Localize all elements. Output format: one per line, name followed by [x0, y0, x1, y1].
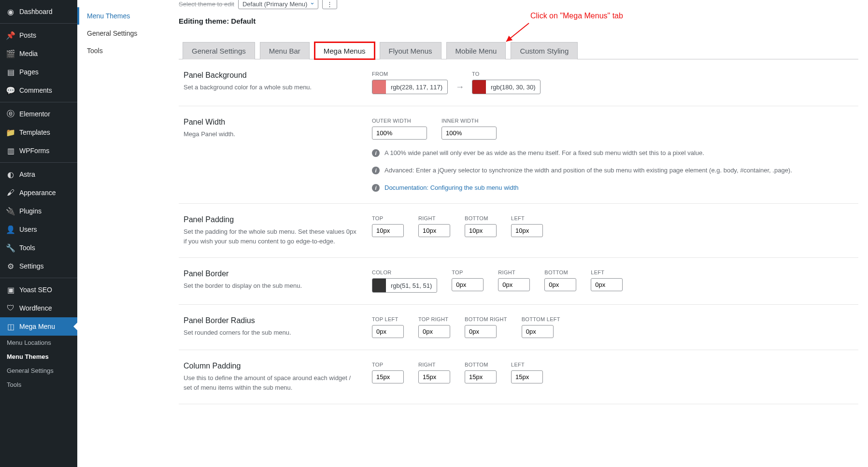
info-icon: i [372, 167, 380, 174]
section-desc: Set the border to display on the sub men… [184, 281, 357, 291]
theme-options-button[interactable]: ⋮ [322, 0, 337, 9]
radius-tr-input[interactable] [418, 325, 450, 338]
border-right-input[interactable] [498, 278, 530, 291]
annotation-text: Click on "Mega Menus" tab [530, 12, 623, 20]
inner-width-input[interactable] [441, 127, 497, 140]
megamenu-icon: ◫ [6, 322, 15, 331]
sidebar-subitem-menu-locations[interactable]: Menu Locations [0, 336, 77, 350]
sidebar-item-users[interactable]: 👤Users [0, 220, 77, 239]
astra-icon: ◐ [6, 170, 15, 179]
border-bottom-input[interactable] [544, 278, 576, 291]
tab-flyout-menus[interactable]: Flyout Menus [380, 42, 441, 59]
settings-icon: ⚙ [6, 261, 15, 271]
media-icon: 🎬 [6, 49, 15, 58]
sidebar-item-wordfence[interactable]: 🛡Wordfence [0, 299, 77, 317]
sidebar-item-label: Comments [19, 86, 52, 94]
padding-top-input[interactable] [372, 224, 404, 237]
sidebar-item-appearance[interactable]: 🖌Appearance [0, 184, 77, 202]
secondary-nav: Menu ThemesGeneral SettingsTools [77, 0, 174, 467]
tools-icon: 🔧 [6, 243, 15, 253]
section-desc: Set a background color for a whole sub m… [184, 83, 357, 92]
tab-mobile-menu[interactable]: Mobile Menu [446, 42, 506, 59]
radius-bl-input[interactable] [522, 325, 554, 338]
sidebar-item-settings[interactable]: ⚙Settings [0, 257, 77, 275]
colpad-left-input[interactable] [511, 370, 543, 383]
secondary-nav-menu-themes[interactable]: Menu Themes [77, 7, 174, 25]
pin-icon: 📌 [6, 30, 15, 40]
border-color-input[interactable]: rgb(51, 51, 51) [372, 278, 437, 293]
sidebar-item-tools[interactable]: 🔧Tools [0, 239, 77, 257]
outer-width-input[interactable] [372, 127, 427, 140]
main-content: Click on "Mega Menus" tab Select theme t… [174, 0, 868, 467]
sidebar-item-dashboard[interactable]: ◉Dashboard [0, 2, 77, 21]
yoast-icon: ▣ [6, 285, 15, 295]
radius-br-input[interactable] [465, 325, 497, 338]
plugins-icon: 🔌 [6, 206, 15, 216]
elementor-icon: ⓔ [6, 109, 15, 119]
sidebar-item-media[interactable]: 🎬Media [0, 44, 77, 63]
section-panel-border-radius: Panel Border Radius Set rounded corners … [179, 305, 858, 350]
padding-bottom-input[interactable] [465, 224, 497, 237]
sidebar-item-posts[interactable]: 📌Posts [0, 23, 77, 44]
section-desc: Set the padding for the whole sub menu. … [184, 227, 357, 246]
sidebar-item-label: Tools [19, 244, 35, 252]
sidebar-item-templates[interactable]: 📁Templates [0, 123, 77, 142]
doc-link[interactable]: Documentation: Configuring the sub menu … [384, 184, 519, 191]
brush-icon: 🖌 [6, 188, 15, 198]
sidebar-item-label: Templates [19, 128, 50, 136]
padding-right-input[interactable] [418, 224, 450, 237]
sidebar-item-label: Pages [19, 68, 39, 76]
sidebar-item-label: Yoast SEO [19, 286, 52, 294]
outer-width-label: OUTER WIDTH [372, 118, 427, 124]
tab-custom-styling[interactable]: Custom Styling [511, 42, 578, 59]
radius-tl-input[interactable] [372, 325, 404, 338]
sidebar-item-label: WPForms [19, 147, 49, 155]
section-column-padding: Column Padding Use this to define the am… [179, 350, 858, 404]
section-panel-background: Panel Background Set a background color … [179, 59, 858, 106]
sidebar-subitem-general-settings[interactable]: General Settings [0, 364, 77, 378]
sidebar-item-label: Astra [19, 170, 35, 178]
section-title: Panel Padding [184, 215, 372, 224]
wordfence-icon: 🛡 [6, 303, 15, 313]
section-title: Panel Border Radius [184, 316, 372, 325]
info-note: iAdvanced: Enter a jQuery selector to sy… [372, 167, 854, 174]
pages-icon: ▤ [6, 67, 15, 77]
tab-general-settings[interactable]: General Settings [183, 42, 255, 59]
padding-left-input[interactable] [511, 224, 543, 237]
sidebar-item-label: Elementor [19, 110, 50, 118]
folder-icon: 📁 [6, 127, 15, 137]
sidebar-item-plugins[interactable]: 🔌Plugins [0, 202, 77, 220]
tab-menu-bar[interactable]: Menu Bar [260, 42, 310, 59]
info-icon: i [372, 184, 380, 192]
sidebar-subitem-menu-themes[interactable]: Menu Themes [0, 350, 77, 364]
section-panel-padding: Panel Padding Set the padding for the wh… [179, 204, 858, 258]
tab-mega-menus[interactable]: Mega Menus [314, 42, 375, 59]
colpad-top-input[interactable] [372, 370, 404, 383]
sidebar-item-pages[interactable]: ▤Pages [0, 63, 77, 81]
colpad-right-input[interactable] [418, 370, 450, 383]
border-left-input[interactable] [591, 278, 623, 291]
sidebar-item-label: Users [19, 226, 37, 233]
section-panel-border: Panel Border Set the border to display o… [179, 258, 858, 305]
sidebar-item-label: Wordfence [19, 304, 52, 312]
secondary-nav-tools[interactable]: Tools [77, 42, 174, 59]
section-title: Panel Border [184, 269, 372, 278]
sidebar-subitem-tools[interactable]: Tools [0, 378, 77, 392]
colpad-bottom-input[interactable] [465, 370, 497, 383]
sidebar-item-elementor[interactable]: ⓔElementor [0, 102, 77, 123]
color-from-input[interactable]: rgb(228, 117, 117) [372, 80, 448, 94]
sidebar-item-astra[interactable]: ◐Astra [0, 162, 77, 184]
gradient-arrow-icon: → [455, 82, 464, 92]
sidebar-item-mega-menu[interactable]: ◫Mega Menu [0, 317, 77, 336]
sidebar-item-comments[interactable]: 💬Comments [0, 81, 77, 99]
secondary-nav-general-settings[interactable]: General Settings [77, 25, 174, 42]
sidebar-item-yoast-seo[interactable]: ▣Yoast SEO [0, 278, 77, 299]
border-top-input[interactable] [452, 278, 484, 291]
theme-select[interactable]: Default (Primary Menu) [238, 0, 318, 9]
color-to-input[interactable]: rgb(180, 30, 30) [472, 80, 541, 94]
sidebar-item-wpforms[interactable]: ▥WPForms [0, 142, 77, 160]
color-swatch-border [372, 278, 386, 293]
section-desc: Use this to define the amount of space a… [184, 373, 357, 392]
sidebar-item-label: Plugins [19, 207, 42, 215]
section-desc: Set rounded corners for the sub menu. [184, 328, 357, 338]
